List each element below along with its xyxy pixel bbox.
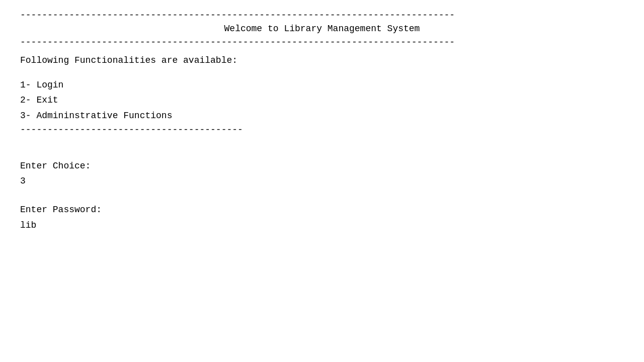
password-value: lib xyxy=(20,218,624,233)
spacer-4 xyxy=(20,189,624,198)
enter-choice-label: Enter Choice: xyxy=(20,158,624,174)
menu-item-2: 2- Exit xyxy=(20,93,624,108)
short-dashes: ----------------------------------------… xyxy=(20,124,624,136)
mid-dashes: ----------------------------------------… xyxy=(20,36,624,49)
menu-item-3: 3- Admininstrative Functions xyxy=(20,108,624,124)
terminal-screen: ----------------------------------------… xyxy=(20,5,624,233)
spacer-2 xyxy=(20,136,624,145)
top-dashes: ----------------------------------------… xyxy=(20,9,624,22)
spacer-1 xyxy=(20,68,624,77)
app-title: Welcome to Library Management System xyxy=(20,22,624,36)
choice-value: 3 xyxy=(20,173,624,189)
functionalities-label: Following Functionalities are available: xyxy=(20,53,624,68)
spacer-3 xyxy=(20,145,624,154)
menu-item-1: 1- Login xyxy=(20,77,624,93)
enter-password-label: Enter Password: xyxy=(20,202,624,218)
